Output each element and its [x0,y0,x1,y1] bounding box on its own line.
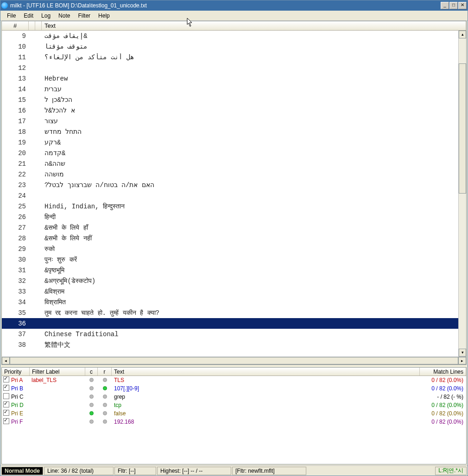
col-gap1[interactable] [29,21,35,30]
log-row[interactable]: 30पुनः शुरु करें [2,254,458,265]
scroll-down-button[interactable]: ▾ [459,349,466,357]
c-indicator-icon[interactable] [89,386,94,390]
scroll-thumb[interactable] [459,63,466,194]
log-row[interactable]: 33&विश्राम [2,286,458,297]
filter-checkbox[interactable] [3,418,9,424]
filter-row[interactable]: Pri B107[.][0-9]0 / 82 (0.0%) [2,384,466,393]
scroll-left-button[interactable]: ◂ [2,357,10,364]
log-row[interactable]: 23?האם את/ה בטוח/ה שברצונך לבטל [2,180,458,190]
filter-row[interactable]: Pri Efalse0 / 82 (0.0%) [2,409,466,418]
filter-rows[interactable]: Pri Alabel_TLSTLS0 / 82 (0.0%)Pri B107[.… [2,376,466,426]
log-row[interactable]: 29रुको [2,244,458,254]
maximize-button[interactable]: □ [449,2,458,9]
scroll-right-button[interactable]: ▸ [458,357,466,364]
match-lines: 0 / 82 (0.0%) [420,419,466,425]
filter-row[interactable]: Pri F192.1680 / 82 (0.0%) [2,418,466,426]
log-row[interactable]: 24 [2,190,458,201]
filter-checkbox[interactable] [3,393,9,399]
col-match[interactable]: Match Lines [420,368,466,376]
log-row[interactable]: 34विश्रामित [2,297,458,307]
c-indicator-icon[interactable] [89,411,94,415]
log-body[interactable]: 9إيقاف مؤقت&10متوقف مؤقتا11هل أنت متأكد … [2,31,466,357]
vertical-scrollbar[interactable]: ▴ ▾ [458,31,466,357]
filter-row[interactable]: Pri Dtcp0 / 82 (0.0%) [2,401,466,409]
log-row[interactable]: 28&सभी के लिये नहीं [2,233,458,244]
col-text[interactable]: Text [42,21,466,30]
match-lines: - / 82 (- %) [420,394,466,400]
log-row[interactable]: 37Chinese Traditional [2,329,458,339]
log-row[interactable]: 14עברית [2,84,458,94]
menu-help[interactable]: Help [95,12,114,20]
line-number: 37 [2,331,30,338]
log-row[interactable]: 13Hebrew [2,73,458,84]
scroll-up-button[interactable]: ▴ [459,31,466,38]
filter-row[interactable]: Pri Alabel_TLSTLS0 / 82 (0.0%) [2,376,466,384]
scroll-track[interactable] [459,38,466,349]
line-text: متوقف مؤقتا [39,43,458,50]
horizontal-scrollbar[interactable]: ◂ ▸ [2,357,466,364]
log-row[interactable]: 26हिन्दी [2,212,458,222]
log-row[interactable]: 32&अग्रभूमि(डेस्कटोप) [2,276,458,286]
line-text: إيقاف مؤقت& [39,32,458,40]
col-number[interactable]: # [2,21,29,30]
log-row[interactable]: 15הכל&כן ל [2,94,458,105]
log-row[interactable]: 11هل أنت متأكد من الإلغاء؟ [2,52,458,63]
r-indicator-icon[interactable] [103,395,107,399]
col-filter-text[interactable]: Text [112,368,420,376]
titlebar[interactable]: milkt - [UTF16 LE BOM] D:\Data\testlog_0… [0,0,468,11]
log-row[interactable]: 18התחל מחדש [2,126,458,137]
menu-edit[interactable]: Edit [20,12,37,20]
r-indicator-icon[interactable] [103,386,107,390]
log-row[interactable]: 12 [2,63,458,73]
c-indicator-icon[interactable] [89,403,94,407]
log-row[interactable]: 17עצור [2,116,458,126]
log-row[interactable]: 16א להכל&ל [2,105,458,116]
log-row[interactable]: 35तुम रद्द करना चाहते हो. तुम्हें यकीन ह… [2,307,458,318]
c-indicator-icon[interactable] [89,378,94,382]
filter-row[interactable]: Pri Cgrep- / 82 (- %) [2,393,466,401]
filter-checkbox[interactable] [3,401,9,407]
r-indicator-icon[interactable] [103,411,107,415]
r-indicator-icon[interactable] [103,403,107,407]
line-number: 9 [2,32,30,40]
line-number: 18 [2,128,30,136]
r-indicator-icon[interactable] [103,420,107,424]
menu-file[interactable]: File [3,12,19,20]
log-row[interactable]: 31&पृष्ठभूमि [2,265,458,276]
filter-checkbox[interactable] [3,385,9,391]
line-text: שהה&ה [39,160,458,168]
log-row[interactable]: 22מושהה [2,169,458,180]
log-row[interactable]: 25Hindi, Indian, हिन्दुस्तान [2,201,458,212]
col-filter-label[interactable]: Filter Label [30,368,85,376]
log-row[interactable]: 36 [2,318,458,329]
menu-filter[interactable]: Filter [74,12,94,20]
c-indicator-icon[interactable] [89,395,94,399]
line-text: עצור [39,117,458,125]
r-indicator-icon[interactable] [103,378,107,382]
log-row[interactable]: 10متوقف مؤقتا [2,41,458,52]
hscroll-thumb[interactable] [10,357,458,364]
c-indicator-icon[interactable] [89,420,94,424]
line-number: 31 [2,267,30,274]
log-row[interactable]: 38繁體中文 [2,339,458,350]
filter-header: Priority Filter Label c r Text Match Lin… [2,368,466,376]
log-row[interactable]: 20קדמה& [2,148,458,158]
log-row[interactable]: 19רקע& [2,137,458,148]
log-row[interactable]: 27&सभी के लिये हाँ [2,222,458,233]
col-c[interactable]: c [85,368,98,376]
close-button[interactable]: ✕ [458,2,467,9]
menu-note[interactable]: Note [55,12,74,20]
log-row[interactable]: 21שהה&ה [2,158,458,169]
status-encoding: L:R|연.*시 [435,467,467,475]
window-title: milkt - [UTF16 LE BOM] D:\Data\testlog_0… [10,2,441,9]
col-r[interactable]: r [98,368,112,376]
filter-checkbox[interactable] [3,410,9,416]
line-number: 16 [2,107,30,114]
filter-checkbox[interactable] [3,376,9,382]
menu-log[interactable]: Log [38,12,54,20]
log-row[interactable]: 9إيقاف مؤقت& [2,31,458,41]
col-priority[interactable]: Priority [2,368,30,376]
col-gap2[interactable] [35,21,42,30]
minimize-button[interactable]: _ [441,2,449,9]
line-number: 30 [2,256,30,263]
